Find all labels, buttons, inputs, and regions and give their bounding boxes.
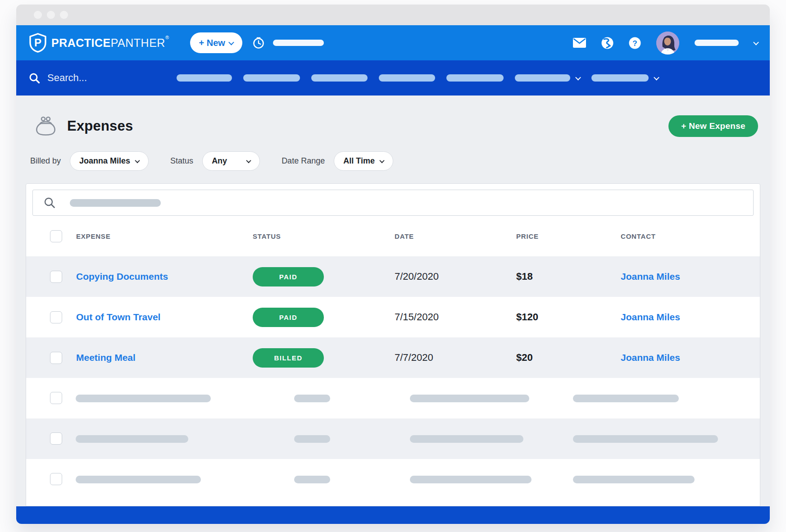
browser-window: P PRACTICEPANTHER® + New: [16, 5, 770, 524]
globe-button[interactable]: [601, 37, 613, 49]
window-control-dot[interactable]: [60, 11, 68, 19]
timer-clock-icon[interactable]: [252, 36, 265, 49]
account-menu-button[interactable]: [754, 41, 758, 45]
bottom-blue-band: [16, 506, 770, 524]
table-header-row: EXPENSE STATUS DATE PRICE CONTACT: [26, 216, 760, 256]
placeholder-bar: [410, 435, 523, 443]
column-header-contact[interactable]: CONTACT: [612, 232, 760, 240]
main-navbar: Search...: [16, 60, 770, 95]
nav-item-placeholder[interactable]: [515, 74, 570, 82]
status-value: Any: [212, 156, 227, 166]
placeholder-row: [26, 378, 760, 418]
timer-placeholder-bar: [273, 40, 324, 46]
help-button[interactable]: ?: [629, 37, 641, 49]
expense-link[interactable]: Meeting Meal: [76, 352, 136, 363]
expense-date: 7/7/2020: [395, 352, 433, 363]
placeholder-row: [26, 418, 760, 459]
expense-link[interactable]: Out of Town Travel: [76, 312, 160, 322]
page-title: Expenses: [67, 118, 133, 134]
billed-by-value: Joanna Miles: [79, 156, 130, 166]
nav-item-placeholder[interactable]: [446, 74, 504, 82]
brand-name: PRACTICEPANTHER®: [51, 36, 169, 50]
search-placeholder: Search...: [47, 72, 87, 84]
user-avatar[interactable]: [656, 32, 679, 55]
contact-link[interactable]: Joanna Miles: [621, 312, 680, 322]
search-icon: [44, 197, 55, 209]
chevron-down-icon[interactable]: [575, 74, 581, 80]
messages-button[interactable]: [573, 38, 586, 48]
contact-link[interactable]: Joanna Miles: [621, 271, 680, 282]
globe-icon: [601, 37, 613, 49]
chevron-down-icon: [753, 39, 759, 45]
date-range-value: All Time: [343, 156, 375, 166]
column-header-status[interactable]: STATUS: [242, 232, 386, 240]
placeholder-bar: [573, 435, 718, 443]
page-content: Expenses + New Expense Billed by Joanna …: [16, 95, 770, 506]
row-checkbox[interactable]: [50, 311, 62, 323]
chevron-down-icon[interactable]: [654, 74, 659, 80]
row-checkbox[interactable]: [50, 432, 62, 445]
placeholder-bar: [573, 395, 679, 402]
column-header-expense[interactable]: EXPENSE: [69, 232, 242, 240]
billed-by-label: Billed by: [30, 156, 61, 166]
placeholder-bar: [573, 476, 695, 483]
row-checkbox[interactable]: [50, 473, 62, 485]
placeholder-bar: [76, 395, 211, 402]
nav-item-placeholder[interactable]: [379, 74, 435, 82]
page-heading-row: Expenses + New Expense: [26, 115, 760, 137]
select-all-checkbox[interactable]: [50, 230, 62, 242]
nav-item-placeholder[interactable]: [311, 74, 368, 82]
new-button[interactable]: + New: [190, 32, 242, 53]
window-control-dot[interactable]: [34, 11, 42, 19]
status-dropdown[interactable]: Any: [202, 151, 260, 171]
placeholder-bar: [76, 476, 201, 483]
chevron-down-icon: [379, 158, 384, 163]
placeholder-bar: [294, 476, 330, 483]
placeholder-row: [26, 459, 760, 500]
expense-link[interactable]: Copying Documents: [76, 271, 168, 282]
username-placeholder-bar: [695, 40, 739, 46]
nav-item-placeholder[interactable]: [177, 74, 232, 82]
new-expense-button[interactable]: + New Expense: [668, 115, 758, 137]
row-checkbox[interactable]: [50, 392, 62, 404]
row-checkbox[interactable]: [50, 271, 62, 283]
window-control-dot[interactable]: [47, 11, 55, 19]
expense-price: $120: [516, 311, 538, 323]
expense-price: $18: [516, 271, 533, 282]
status-badge: PAID: [253, 308, 324, 327]
nav-item-placeholder[interactable]: [243, 74, 300, 82]
global-search[interactable]: Search...: [29, 72, 87, 84]
table-search-box[interactable]: [32, 190, 754, 216]
window-titlebar: [16, 5, 770, 25]
contact-link[interactable]: Joanna Miles: [621, 352, 680, 363]
table-search-placeholder-bar: [70, 199, 161, 207]
column-header-price[interactable]: PRICE: [508, 232, 612, 240]
date-range-dropdown[interactable]: All Time: [334, 151, 393, 171]
nav-item-placeholder[interactable]: [591, 74, 649, 82]
svg-text:?: ?: [632, 39, 637, 47]
table-row[interactable]: Copying Documents PAID 7/20/2020 $18 Joa…: [26, 256, 760, 297]
purse-expenses-icon: [35, 116, 57, 136]
date-range-label: Date Range: [282, 156, 325, 166]
practicepanther-logo[interactable]: P PRACTICEPANTHER®: [29, 33, 169, 53]
column-header-date[interactable]: DATE: [386, 232, 508, 240]
billed-by-dropdown[interactable]: Joanna Miles: [70, 151, 149, 171]
app-header: P PRACTICEPANTHER® + New: [16, 25, 770, 60]
table-row[interactable]: Out of Town Travel PAID 7/15/2020 $120 J…: [26, 297, 760, 337]
placeholder-bar: [76, 435, 188, 443]
placeholder-bar: [410, 476, 532, 483]
expense-date: 7/15/2020: [395, 311, 439, 323]
avatar-illustration: [656, 32, 679, 55]
status-badge: PAID: [253, 267, 324, 286]
envelope-icon: [573, 38, 586, 48]
expense-date: 7/20/2020: [395, 271, 439, 282]
panther-shield-icon: P: [29, 33, 47, 53]
question-mark-icon: ?: [629, 37, 641, 49]
search-icon: [29, 73, 40, 84]
table-row[interactable]: Meeting Meal BILLED 7/7/2020 $20 Joanna …: [26, 337, 760, 378]
expenses-table-card: EXPENSE STATUS DATE PRICE CONTACT Copyin…: [26, 183, 760, 506]
chevron-down-icon: [228, 39, 234, 45]
status-badge: BILLED: [253, 348, 324, 368]
nav-menu-placeholders: [177, 60, 659, 95]
row-checkbox[interactable]: [50, 352, 62, 364]
